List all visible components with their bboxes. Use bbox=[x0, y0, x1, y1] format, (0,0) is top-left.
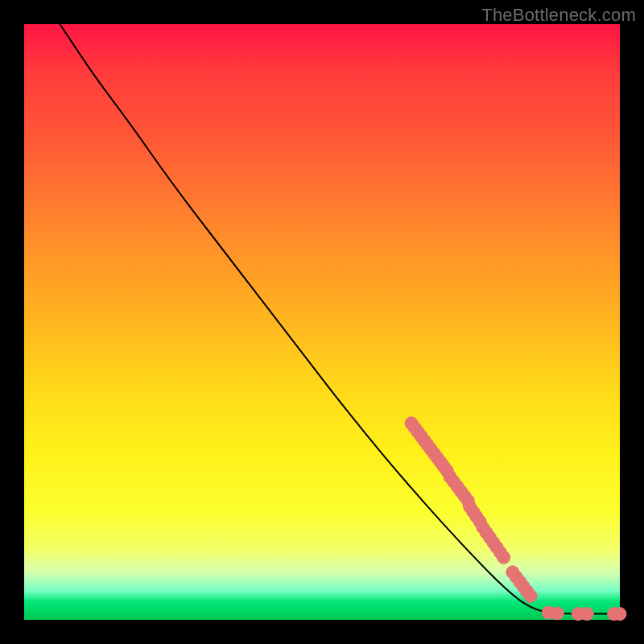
plot-area bbox=[24, 24, 620, 620]
highlight-dot bbox=[580, 608, 593, 621]
bottleneck-curve bbox=[60, 24, 620, 614]
chart-frame: TheBottleneck.com bbox=[0, 0, 644, 644]
highlight-dot bbox=[551, 607, 564, 620]
curve-layer bbox=[24, 24, 620, 620]
highlight-dot bbox=[524, 589, 537, 602]
highlight-dot bbox=[497, 551, 510, 564]
attribution-text: TheBottleneck.com bbox=[481, 5, 636, 26]
highlight-dot bbox=[613, 608, 626, 621]
